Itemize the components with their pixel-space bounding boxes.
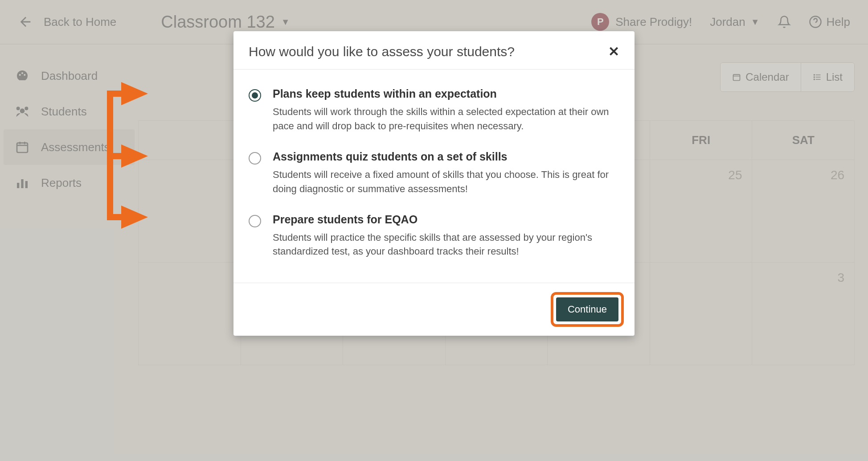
option-title: Prepare students for EQAO — [273, 213, 613, 226]
option-text: Plans keep students within an expectatio… — [273, 87, 613, 133]
option-eqao[interactable]: Prepare students for EQAO Students will … — [249, 207, 613, 270]
option-title: Plans keep students within an expectatio… — [273, 87, 613, 100]
close-icon[interactable]: ✕ — [608, 44, 619, 59]
radio-icon[interactable] — [249, 89, 261, 102]
continue-button[interactable]: Continue — [556, 297, 618, 321]
radio-icon[interactable] — [249, 215, 261, 227]
modal-footer: Continue — [233, 283, 635, 336]
option-desc: Students will receive a fixed amount of … — [273, 168, 613, 196]
assess-modal: How would you like to assess your studen… — [233, 31, 635, 336]
option-text: Assignments quiz students on a set of sk… — [273, 150, 613, 196]
continue-highlight: Continue — [551, 292, 624, 327]
option-assignments[interactable]: Assignments quiz students on a set of sk… — [249, 144, 613, 207]
option-title: Assignments quiz students on a set of sk… — [273, 150, 613, 163]
radio-icon[interactable] — [249, 152, 261, 165]
option-desc: Students will practice the specific skil… — [273, 230, 613, 259]
modal-body: Plans keep students within an expectatio… — [233, 70, 635, 283]
option-plans[interactable]: Plans keep students within an expectatio… — [249, 81, 613, 144]
option-desc: Students will work through the skills wi… — [273, 105, 613, 133]
option-text: Prepare students for EQAO Students will … — [273, 213, 613, 259]
modal-header: How would you like to assess your studen… — [233, 31, 635, 70]
modal-title: How would you like to assess your studen… — [249, 44, 515, 59]
